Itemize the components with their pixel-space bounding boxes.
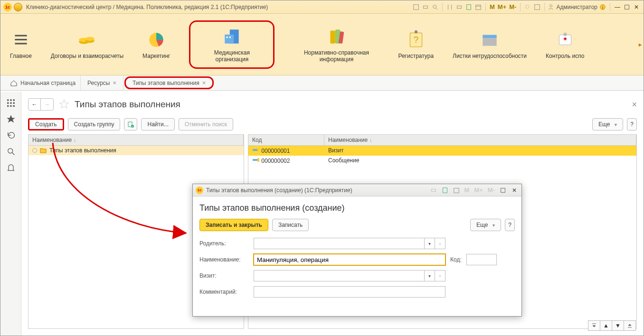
calendar-icon[interactable] [474, 3, 483, 11]
nav-scroll-right[interactable]: ▸ [639, 41, 642, 48]
dialog-help-button[interactable]: ? [505, 219, 515, 231]
tab-resources[interactable]: Ресурсы × [81, 75, 123, 90]
name-input[interactable] [254, 254, 445, 265]
m-plus-icon[interactable]: M+ [497, 3, 507, 10]
svg-point-40 [10, 102, 12, 104]
svg-point-10 [550, 4, 552, 7]
save-icon[interactable] [412, 3, 420, 11]
svg-rect-14 [15, 35, 27, 36]
apps-icon[interactable] [6, 98, 16, 108]
comment-label: Комментарий: [199, 289, 249, 295]
create-copy-button[interactable]: + [124, 118, 137, 131]
tab-close-icon[interactable]: × [202, 79, 206, 86]
svg-rect-24 [227, 37, 228, 38]
print-icon[interactable] [421, 3, 430, 11]
save-button[interactable]: Записать [272, 219, 309, 231]
nav-up[interactable]: ▲ [600, 320, 612, 331]
user-label[interactable]: Администратор [548, 4, 597, 10]
svg-rect-26 [331, 30, 336, 43]
create-button[interactable]: Создать [28, 118, 64, 131]
calculator-icon[interactable] [464, 3, 473, 11]
main-menu-dropdown[interactable] [14, 3, 22, 11]
visit-field[interactable]: ▾ ▫ [254, 270, 445, 281]
comment-input[interactable] [254, 286, 445, 298]
m-minus-icon[interactable]: M- [508, 3, 517, 10]
info-icon[interactable]: i [598, 3, 607, 11]
tab-home[interactable]: Начальная страница [5, 75, 81, 90]
compare-icon[interactable] [445, 3, 454, 11]
print2-icon[interactable] [455, 3, 464, 11]
calendar-icon[interactable] [452, 186, 461, 195]
left-sidebar [0, 92, 21, 336]
zoom-icon[interactable] [523, 3, 532, 11]
bell-icon[interactable] [6, 163, 16, 172]
close-icon[interactable]: ✕ [632, 3, 641, 11]
open-icon[interactable]: ▫ [435, 271, 445, 281]
visit-input[interactable] [254, 271, 424, 281]
maximize-icon[interactable] [499, 186, 507, 195]
dialog-more-button[interactable]: Еще [470, 219, 501, 231]
maximize-icon[interactable] [623, 3, 631, 11]
panel-icon[interactable] [533, 3, 541, 11]
svg-rect-6 [476, 5, 481, 9]
parent-field[interactable]: ▾ ▫ [254, 238, 445, 249]
tab-close-icon[interactable]: × [113, 79, 116, 86]
nav-contracts[interactable]: Договоры и взаиморасчеты [51, 30, 123, 59]
tab-label: Типы этапов выполнения [133, 80, 199, 86]
close-icon[interactable]: ✕ [510, 186, 519, 195]
tab-stage-types[interactable]: Типы этапов выполнения × [124, 76, 214, 89]
close-page-icon[interactable]: × [632, 100, 637, 110]
svg-text:?: ? [413, 35, 418, 45]
code-input[interactable] [466, 254, 497, 265]
nav-med-org[interactable]: Медицинская организация [189, 20, 275, 69]
help-button[interactable]: ? [627, 118, 637, 131]
nav-down[interactable]: ▼ [612, 320, 624, 331]
open-icon[interactable]: ▫ [435, 238, 445, 249]
history-icon[interactable] [6, 131, 16, 140]
dropdown-icon[interactable]: ▾ [424, 238, 435, 249]
nav-reference[interactable]: Нормативно-справочная информация [294, 27, 379, 63]
nav-label: Регистратура [398, 53, 434, 59]
svg-rect-15 [15, 38, 27, 40]
search-icon[interactable] [6, 147, 16, 156]
nav-sick-leave[interactable]: Листки нетрудоспособности [453, 30, 527, 59]
back-button[interactable]: ← [28, 99, 41, 110]
calculator-icon[interactable] [441, 186, 449, 195]
minimize-icon[interactable]: — [613, 3, 622, 11]
preview-icon[interactable] [431, 3, 439, 11]
favorite-icon[interactable] [58, 99, 70, 110]
grid-row[interactable]: 000000002 Сообщение [248, 156, 636, 166]
save-close-button[interactable]: Записать и закрыть [199, 219, 268, 231]
nav-top[interactable] [588, 320, 600, 331]
dropdown-icon[interactable]: ▾ [424, 271, 435, 281]
radio-icon [32, 148, 37, 153]
nav-main[interactable]: Главное [10, 30, 32, 59]
tree-col-name[interactable]: Наименование [28, 135, 244, 145]
svg-point-2 [433, 5, 436, 8]
tree-root-item[interactable]: Типы этапов выполнения [28, 146, 244, 155]
nav-registry[interactable]: ? Регистратура [398, 30, 434, 59]
m-minus-icon: M- [487, 187, 496, 194]
nav-marketing[interactable]: Маркетинг [142, 30, 170, 59]
find-button[interactable]: Найти... [141, 118, 174, 131]
m-icon[interactable]: M [489, 3, 496, 10]
user-name: Администратор [556, 4, 597, 10]
item-icon [252, 147, 260, 153]
forward-button[interactable]: → [41, 99, 53, 110]
grid-col-name[interactable]: Наименование [324, 135, 636, 145]
star-icon[interactable] [6, 114, 16, 124]
create-group-button[interactable]: Создать группу [68, 118, 121, 131]
grid-col-code[interactable]: Код [248, 135, 324, 145]
nav-bottom[interactable] [624, 320, 636, 331]
nav-control[interactable]: Контроль испо [546, 30, 584, 59]
nav-label: Главное [10, 53, 32, 59]
main-titlebar: 1c Клинико-диагностический центр / Медиц… [0, 0, 644, 14]
create-dialog: 1c Типы этапов выполнения (создание) (1С… [192, 184, 522, 317]
parent-input[interactable] [254, 238, 424, 249]
svg-rect-55 [431, 189, 436, 191]
dialog-heading: Типы этапов выполнения (создание) [199, 203, 515, 213]
print-icon[interactable] [429, 186, 438, 195]
more-button[interactable]: Еще [592, 118, 623, 131]
grid-row[interactable]: 000000001 Визит [248, 146, 636, 156]
tab-label: Начальная страница [20, 80, 76, 86]
